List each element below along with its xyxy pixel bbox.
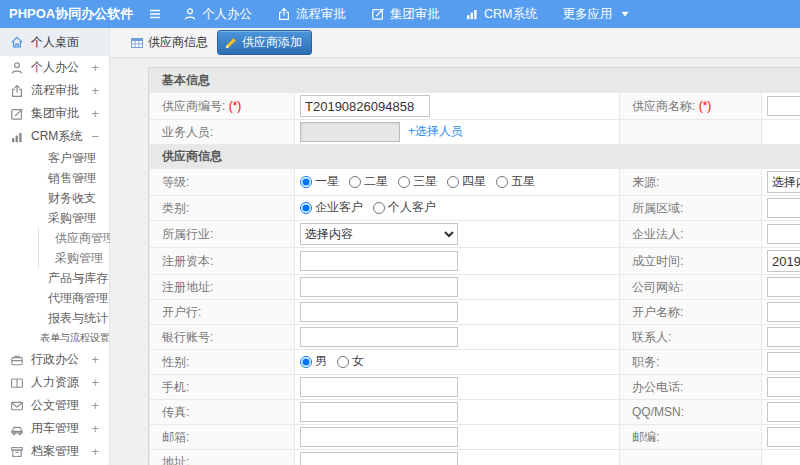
supplier-name-input[interactable]: [767, 96, 800, 116]
expand-plus-icon[interactable]: +: [91, 421, 99, 436]
founding-date-input[interactable]: [767, 250, 800, 272]
registered-capital-input[interactable]: [300, 251, 458, 271]
sidebar-item-CRM系统[interactable]: CRM系统−: [0, 125, 109, 148]
level-radio-二星[interactable]: 二星: [349, 173, 388, 190]
level-radio-三星[interactable]: 三星: [398, 173, 437, 190]
collapse-minus-icon[interactable]: −: [77, 211, 85, 226]
supplier-code-input[interactable]: [300, 95, 430, 117]
level-radio-input[interactable]: [300, 176, 312, 188]
gender-radio-男[interactable]: 男: [300, 353, 327, 370]
sidebar-item-采购管理[interactable]: 采购管理−: [0, 208, 109, 228]
field-label-cell: 开户名称:: [620, 300, 762, 325]
website-input[interactable]: [767, 277, 800, 297]
category-radio-个人客户[interactable]: 个人客户: [373, 199, 436, 216]
sidebar-item-报表与统计[interactable]: 报表与统计: [0, 308, 109, 328]
sidebar-item-公文管理[interactable]: 公文管理+: [0, 394, 109, 417]
field-label-cell: 注册地址:: [150, 275, 295, 300]
sidebar-item-表单与流程设置[interactable]: 表单与流程设置+: [0, 328, 109, 348]
fax-input[interactable]: [300, 402, 458, 422]
level-radio-一星[interactable]: 一星: [300, 173, 339, 190]
sidebar-item-财务收支[interactable]: 财务收支+: [0, 188, 109, 208]
expand-plus-icon[interactable]: +: [91, 444, 99, 459]
section-header: 供应商信息: [150, 145, 800, 169]
expand-plus-icon[interactable]: +: [91, 375, 99, 390]
postcode-input[interactable]: [767, 427, 800, 447]
gender-radio-input[interactable]: [337, 356, 349, 368]
contact-person-input[interactable]: [767, 327, 800, 347]
sidebar-item-集团审批[interactable]: 集团审批+: [0, 102, 109, 125]
sidebar-item-个人桌面[interactable]: 个人桌面: [0, 28, 109, 56]
topnav-item-share-up[interactable]: 流程审批: [277, 6, 346, 23]
tab-供应商添加[interactable]: 供应商添加: [217, 30, 312, 55]
expand-plus-icon[interactable]: +: [77, 151, 85, 166]
sidebar-item-流程审批[interactable]: 流程审批+: [0, 79, 109, 102]
sidebar-item-销售管理[interactable]: 销售管理+: [0, 168, 109, 188]
expand-plus-icon[interactable]: +: [91, 106, 99, 121]
sidebar-item-用车管理[interactable]: 用车管理+: [0, 417, 109, 440]
source-select[interactable]: 选择内容: [767, 171, 800, 193]
sidebar-item-采购管理[interactable]: 采购管理: [38, 248, 109, 268]
region-input[interactable]: [767, 198, 800, 218]
field-value-cell: [762, 221, 800, 248]
account-name-input[interactable]: [767, 302, 800, 322]
business-person-picker-link[interactable]: +选择人员: [408, 124, 463, 138]
gender-radio-input[interactable]: [300, 356, 312, 368]
sidebar-item-供应商管理[interactable]: 供应商管理: [38, 228, 109, 248]
form-row: 供应商编号: (*)供应商名称: (*): [150, 93, 800, 120]
sidebar-item-代理商管理[interactable]: 代理商管理+: [0, 288, 109, 308]
sidebar-item-label: 采购管理: [55, 250, 103, 267]
section-header-row: 基本信息: [150, 69, 800, 93]
topnav-item-person[interactable]: 个人办公: [183, 6, 252, 23]
field-label: 邮箱:: [162, 430, 189, 444]
level-radio-input[interactable]: [349, 176, 361, 188]
topnav-item-edit-square[interactable]: 集团审批: [371, 6, 440, 23]
expand-plus-icon[interactable]: +: [77, 291, 85, 306]
field-value-cell: 一星二星三星四星五星: [295, 169, 620, 196]
sidebar-item-label: CRM系统: [31, 128, 82, 145]
field-label-cell: 银行账号:: [150, 325, 295, 350]
qq-msn-input[interactable]: [767, 402, 800, 422]
expand-plus-icon[interactable]: +: [77, 271, 85, 286]
gender-radio-女[interactable]: 女: [337, 353, 364, 370]
collapse-minus-icon[interactable]: −: [91, 129, 99, 144]
business-person-input[interactable]: [300, 122, 400, 142]
level-radio-input[interactable]: [398, 176, 410, 188]
category-radio-企业客户[interactable]: 企业客户: [300, 199, 363, 216]
sidebar-item-个人办公[interactable]: 个人办公+: [0, 56, 109, 79]
expand-plus-icon[interactable]: +: [77, 191, 85, 206]
sidebar-item-客户管理[interactable]: 客户管理+: [0, 148, 109, 168]
office-phone-input[interactable]: [767, 377, 800, 397]
expand-plus-icon[interactable]: +: [91, 60, 99, 75]
address-input[interactable]: [300, 452, 458, 465]
email-input[interactable]: [300, 427, 458, 447]
industry-select[interactable]: 选择内容: [300, 223, 458, 245]
topnav-item-bar-chart[interactable]: CRM系统: [465, 6, 537, 23]
bank-account-input[interactable]: [300, 327, 458, 347]
expand-plus-icon[interactable]: +: [91, 83, 99, 98]
sidebar-item-档案管理[interactable]: 档案管理+: [0, 440, 109, 463]
tab-供应商信息[interactable]: 供应商信息: [130, 34, 208, 51]
supplier-form: 基本信息供应商编号: (*)供应商名称: (*)业务人员:+选择人员供应商信息等…: [148, 67, 800, 465]
legal-person-input[interactable]: [767, 224, 800, 244]
sidebar-item-label: 报表与统计: [48, 310, 108, 327]
topnav-item-more-apps[interactable]: 更多应用: [562, 6, 637, 23]
level-radio-input[interactable]: [447, 176, 459, 188]
category-radio-input[interactable]: [373, 202, 385, 214]
field-label: 所属行业:: [162, 227, 213, 241]
category-radio-input[interactable]: [300, 202, 312, 214]
mobile-input[interactable]: [300, 377, 458, 397]
bank-name-input[interactable]: [300, 302, 458, 322]
sidebar-item-产品与库存[interactable]: 产品与库存+: [0, 268, 109, 288]
expand-plus-icon[interactable]: +: [91, 398, 99, 413]
level-radio-四星[interactable]: 四星: [447, 173, 486, 190]
position-input[interactable]: [767, 352, 800, 372]
level-radio-input[interactable]: [496, 176, 508, 188]
sidebar-item-人力资源[interactable]: 人力资源+: [0, 371, 109, 394]
form-table-body: 基本信息供应商编号: (*)供应商名称: (*)业务人员:+选择人员供应商信息等…: [150, 69, 800, 465]
expand-plus-icon[interactable]: +: [77, 171, 85, 186]
registered-address-input[interactable]: [300, 277, 458, 297]
level-radio-五星[interactable]: 五星: [496, 173, 535, 190]
sidebar-item-行政办公[interactable]: 行政办公+: [0, 348, 109, 371]
hamburger-menu-icon[interactable]: [147, 7, 163, 21]
expand-plus-icon[interactable]: +: [91, 352, 99, 367]
